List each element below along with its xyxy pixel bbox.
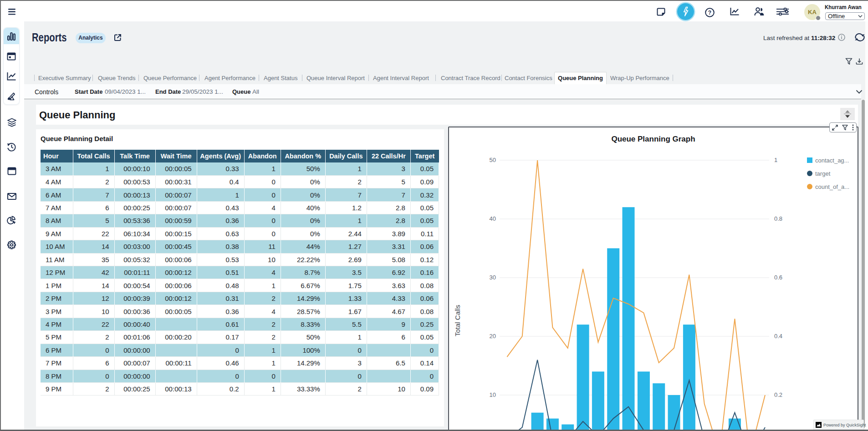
- svg-text:?: ?: [708, 10, 711, 16]
